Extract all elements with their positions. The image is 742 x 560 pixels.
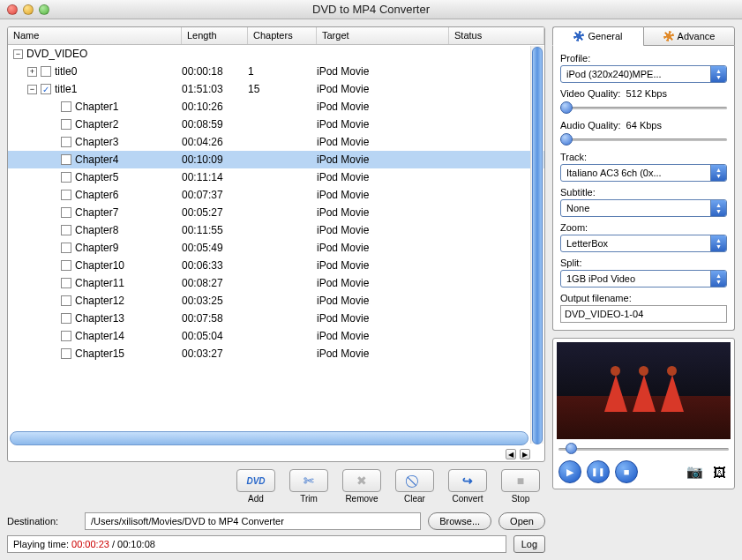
track-label: Track:: [560, 152, 727, 162]
include-checkbox[interactable]: [61, 207, 71, 218]
snapshot-button[interactable]: 📷: [685, 464, 704, 480]
preview-video[interactable]: [557, 342, 731, 439]
row-label: Chapter14: [75, 330, 124, 342]
stop-playback-button[interactable]: ■: [615, 460, 638, 483]
gear-icon: [573, 31, 584, 41]
clear-button[interactable]: ⃠ Clear: [393, 469, 436, 504]
add-button[interactable]: DVD Add: [235, 469, 277, 504]
chapter-row[interactable]: Chapter800:11:55iPod Movie: [8, 221, 544, 239]
scroll-right-button[interactable]: ▶: [520, 449, 530, 459]
subtitle-label: Subtitle:: [560, 187, 727, 198]
chapter-row[interactable]: Chapter500:11:14iPod Movie: [8, 168, 544, 186]
chapter-row[interactable]: Chapter100:10:26iPod Movie: [8, 98, 544, 116]
row-label: Chapter7: [75, 206, 118, 219]
track-select[interactable]: Italiano AC3 6ch (0x... ▲▼: [560, 164, 727, 182]
vertical-scrollbar[interactable]: [530, 46, 543, 444]
chapter-row[interactable]: Chapter1500:03:27iPod Movie: [8, 345, 544, 362]
include-checkbox[interactable]: [61, 101, 71, 112]
tree-root[interactable]: −DVD_VIDEO: [8, 45, 544, 63]
playing-total-time: 00:10:08: [117, 539, 155, 549]
chapter-row[interactable]: Chapter1200:03:25iPod Movie: [8, 292, 544, 310]
add-button-label: Add: [248, 494, 264, 504]
zoom-select[interactable]: LetterBox ▲▼: [560, 235, 727, 252]
remove-button[interactable]: ✖ Remove: [341, 469, 383, 504]
camera-icon: 📷: [686, 464, 703, 480]
main-toolbar: DVD Add ✄ Trim ✖ Remove ⃠ Clear ↪ Conver…: [7, 462, 545, 507]
include-checkbox[interactable]: [61, 313, 71, 324]
include-checkbox[interactable]: [61, 119, 71, 130]
x-icon: ✖: [342, 469, 381, 492]
convert-button[interactable]: ↪ Convert: [446, 469, 489, 504]
chapter-row[interactable]: Chapter1400:05:04iPod Movie: [8, 327, 544, 345]
destination-field[interactable]: /Users/xilisoft/Movies/DVD to MP4 Conver…: [85, 512, 421, 530]
title-row[interactable]: −✓title101:51:0315iPod Movie: [8, 80, 544, 98]
audio-quality-slider[interactable]: [560, 132, 727, 146]
include-checkbox[interactable]: [61, 295, 71, 306]
include-checkbox[interactable]: [61, 137, 71, 147]
stop-button-label: Stop: [512, 494, 530, 504]
column-header-status[interactable]: Status: [449, 27, 544, 44]
settings-tabs: General Advance: [552, 26, 735, 46]
open-button[interactable]: Open: [498, 512, 545, 530]
include-checkbox[interactable]: ✓: [41, 84, 51, 94]
chapter-row[interactable]: Chapter1100:08:27iPod Movie: [8, 274, 544, 292]
column-header-target[interactable]: Target: [317, 27, 449, 44]
browse-button[interactable]: Browse...: [428, 512, 491, 530]
include-checkbox[interactable]: [61, 260, 71, 271]
cell-target: iPod Movie: [317, 153, 449, 166]
source-tree[interactable]: −DVD_VIDEO+title000:00:181iPod Movie−✓ti…: [8, 45, 544, 429]
snapshot-folder-button[interactable]: 🖼: [709, 464, 729, 480]
split-select[interactable]: 1GB iPod Video ▲▼: [560, 270, 727, 287]
include-checkbox[interactable]: [61, 331, 71, 341]
row-label: Chapter1: [75, 101, 118, 113]
settings-panel: Profile: iPod (320x240)MPE... ▲▼ Video Q…: [552, 46, 735, 331]
video-quality-slider[interactable]: [560, 101, 727, 115]
trim-button[interactable]: ✄ Trim: [288, 469, 330, 504]
row-label: DVD_VIDEO: [26, 48, 87, 60]
profile-select[interactable]: iPod (320x240)MPE... ▲▼: [560, 65, 727, 83]
cell-len: 00:08:27: [182, 277, 248, 289]
column-header-chapters[interactable]: Chapters: [248, 27, 317, 44]
preview-seek-slider[interactable]: [558, 443, 729, 455]
chapter-row[interactable]: Chapter400:10:09iPod Movie: [8, 151, 544, 168]
include-checkbox[interactable]: [41, 66, 51, 77]
subtitle-select[interactable]: None ▲▼: [560, 199, 727, 217]
horizontal-scrollbar[interactable]: [10, 431, 528, 445]
include-checkbox[interactable]: [61, 348, 71, 359]
disclose-toggle[interactable]: +: [27, 67, 37, 77]
chapter-row[interactable]: Chapter300:04:26iPod Movie: [8, 133, 544, 151]
audio-quality-label: Audio Quality: 64 Kbps: [560, 120, 727, 131]
include-checkbox[interactable]: [61, 243, 71, 253]
chapter-row[interactable]: Chapter600:07:37iPod Movie: [8, 186, 544, 204]
include-checkbox[interactable]: [61, 190, 71, 200]
include-checkbox[interactable]: [61, 154, 71, 165]
pause-button[interactable]: ❚❚: [587, 460, 610, 483]
tab-general[interactable]: General: [552, 26, 643, 46]
row-label: title1: [55, 83, 77, 95]
cell-target: iPod Movie: [317, 295, 449, 307]
play-button[interactable]: ▶: [558, 460, 581, 483]
profile-label: Profile:: [560, 53, 727, 63]
chapter-row[interactable]: Chapter200:08:59iPod Movie: [8, 116, 544, 133]
row-label: Chapter2: [75, 118, 118, 131]
scroll-left-button[interactable]: ◀: [506, 449, 516, 459]
chapter-row[interactable]: Chapter900:05:49iPod Movie: [8, 239, 544, 257]
stop-button[interactable]: ■ Stop: [499, 469, 542, 504]
title-row[interactable]: +title000:00:181iPod Movie: [8, 63, 544, 80]
chapter-row[interactable]: Chapter1000:06:33iPod Movie: [8, 257, 544, 274]
disclose-toggle[interactable]: −: [13, 49, 23, 59]
chapter-row[interactable]: Chapter700:05:27iPod Movie: [8, 204, 544, 221]
stop-icon: ■: [624, 467, 630, 477]
chapter-row[interactable]: Chapter1300:07:58iPod Movie: [8, 310, 544, 327]
cell-target: iPod Movie: [317, 259, 449, 272]
include-checkbox[interactable]: [61, 278, 71, 288]
log-button[interactable]: Log: [513, 535, 545, 553]
column-header-length[interactable]: Length: [182, 27, 248, 44]
tab-advance[interactable]: Advance: [643, 26, 735, 46]
chevron-updown-icon: ▲▼: [710, 165, 726, 181]
output-filename-field[interactable]: [560, 305, 727, 323]
disclose-toggle[interactable]: −: [27, 85, 37, 94]
column-header-name[interactable]: Name: [8, 27, 182, 44]
include-checkbox[interactable]: [61, 225, 71, 235]
include-checkbox[interactable]: [61, 172, 71, 183]
